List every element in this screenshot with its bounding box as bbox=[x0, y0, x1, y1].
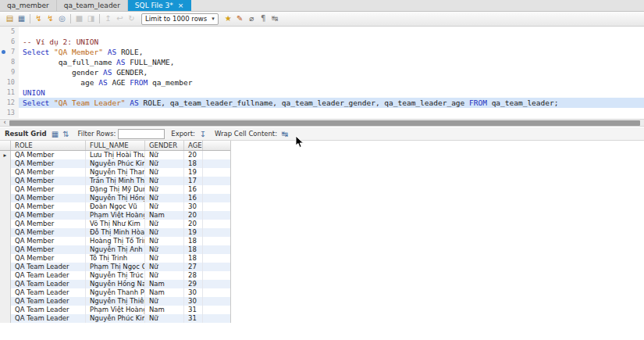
export-icon[interactable]: ↧ bbox=[197, 130, 208, 138]
table-row[interactable]: QA MemberNguyễn Thị Anh TrinhNữ18 bbox=[0, 245, 230, 254]
row-selector[interactable] bbox=[0, 254, 11, 263]
cell: QA Team Leader bbox=[11, 297, 86, 306]
table-row[interactable]: QA MemberĐặng Thị Mỹ DungNữ16 bbox=[0, 185, 230, 194]
code-segment: "QA Team Leader" bbox=[54, 98, 126, 107]
table-row[interactable]: QA MemberĐỗ Thị Minh HòaNữ19 bbox=[0, 228, 230, 237]
column-header-age[interactable]: AGE bbox=[184, 141, 203, 150]
stop-query-icon[interactable]: ■ bbox=[73, 13, 85, 25]
rollback-icon[interactable]: ↩ bbox=[114, 13, 126, 25]
grid-view-icon[interactable]: ▦ bbox=[50, 130, 61, 138]
row-selector[interactable] bbox=[0, 194, 11, 202]
table-row[interactable]: QA Team LeaderPhạm Thị Ngọc QuỳnhNữ27 bbox=[0, 263, 230, 271]
table-row[interactable]: QA MemberĐoàn Ngọc VũNữ30 bbox=[0, 202, 230, 211]
row-selector[interactable] bbox=[0, 245, 11, 254]
tab-qa-member[interactable]: qa_member bbox=[0, 0, 57, 11]
cell-filler bbox=[203, 211, 230, 220]
table-row[interactable]: QA MemberNguyễn Thị Hồng PhúcNữ16 bbox=[0, 194, 230, 202]
table-row[interactable]: QA Team LeaderNguyễn Phúc Kim LuyếnNữ31 bbox=[0, 314, 230, 323]
editor-line[interactable]: 8 qa_full_name AS FULL_NAME, bbox=[0, 57, 644, 67]
row-selector[interactable] bbox=[0, 306, 11, 314]
cell-filler bbox=[203, 237, 230, 245]
row-selector[interactable] bbox=[0, 228, 11, 237]
code-segment: AS bbox=[98, 78, 107, 87]
table-row[interactable]: QA Team LeaderPhạm Việt HoàngNam31 bbox=[0, 306, 230, 314]
toggle-autocommit-icon[interactable]: ↻ bbox=[126, 13, 137, 25]
cell: Nam bbox=[145, 211, 184, 220]
scrollbar-thumb[interactable] bbox=[9, 120, 640, 126]
find-panel-icon[interactable]: ⌀ bbox=[246, 13, 258, 25]
commit-icon[interactable]: ↥ bbox=[102, 13, 114, 25]
cell: Tô Thị Trinh bbox=[86, 254, 145, 263]
toggle-stop-on-error-icon[interactable]: ◨ bbox=[85, 13, 97, 25]
cell: Nữ bbox=[145, 237, 184, 245]
filter-rows-input[interactable] bbox=[118, 129, 165, 139]
invisible-characters-icon[interactable]: ¶ bbox=[258, 13, 269, 25]
wrap-cell-content-label: Wrap Cell Content: bbox=[215, 130, 277, 138]
scroll-left-icon[interactable]: ‹ bbox=[0, 119, 9, 127]
row-selector[interactable] bbox=[0, 177, 11, 185]
column-header-gender[interactable]: GENDER bbox=[145, 141, 184, 150]
row-selector[interactable] bbox=[0, 297, 11, 306]
editor-line[interactable]: 9 gender AS GENDER, bbox=[0, 67, 644, 77]
table-row[interactable]: QA Team LeaderNguyễn Hồng NamNam29 bbox=[0, 280, 230, 288]
new-snippet-icon[interactable]: ★ bbox=[222, 13, 234, 25]
row-selector[interactable] bbox=[0, 202, 11, 211]
editor-line[interactable]: 5 bbox=[0, 27, 644, 37]
table-row[interactable]: QA MemberVõ Thị Như KimNữ20 bbox=[0, 220, 230, 228]
cell: 27 bbox=[184, 263, 203, 271]
editor-horizontal-scrollbar[interactable]: ‹ bbox=[0, 119, 644, 127]
open-sql-script-icon[interactable]: ▤ bbox=[4, 13, 16, 25]
cell: QA Member bbox=[11, 220, 86, 228]
row-selector[interactable] bbox=[0, 271, 11, 280]
editor-line[interactable]: 13 bbox=[0, 108, 644, 118]
row-selector[interactable] bbox=[0, 314, 11, 323]
save-script-icon[interactable]: ▦ bbox=[16, 13, 27, 25]
explain-plan-icon[interactable]: ◎ bbox=[56, 13, 68, 25]
editor-line[interactable]: 6-- Ví dụ 2: UNION bbox=[0, 37, 644, 47]
refresh-sort-icon[interactable]: ⇅ bbox=[61, 130, 72, 138]
table-row[interactable]: QA Team LeaderNguyễn Thị Thiên ÂnNữ30 bbox=[0, 297, 230, 306]
cell: Nữ bbox=[145, 297, 184, 306]
sql-editor[interactable]: 56-- Ví dụ 2: UNION7Select "QA Member" A… bbox=[0, 27, 644, 119]
table-row[interactable]: QA MemberPhạm Việt HoàngNam20 bbox=[0, 211, 230, 220]
beautify-query-icon[interactable]: ✎ bbox=[234, 13, 246, 25]
editor-line[interactable]: 10 age AS AGE FROM qa_member bbox=[0, 77, 644, 88]
execute-script-icon[interactable]: ↯ bbox=[33, 13, 44, 25]
row-selector[interactable] bbox=[0, 220, 11, 228]
toolbar-separator bbox=[99, 14, 100, 23]
tab-label: qa_member bbox=[7, 2, 49, 9]
editor-line[interactable]: 12Select "QA Team Leader" AS ROLE, qa_te… bbox=[0, 98, 644, 108]
table-row[interactable]: QA Team LeaderNguyễn Thanh PhongNam30 bbox=[0, 288, 230, 297]
chevron-down-icon[interactable]: ▾ bbox=[212, 16, 215, 22]
limit-rows-dropdown[interactable]: Limit to 1000 rows ▾ bbox=[141, 13, 219, 25]
table-row[interactable]: QA MemberTô Thị TrinhNữ18 bbox=[0, 254, 230, 263]
row-selector[interactable] bbox=[0, 185, 11, 194]
line-number: 12 bbox=[0, 98, 19, 108]
line-number: 13 bbox=[0, 108, 19, 118]
wrap-cell-content-icon[interactable]: ↹ bbox=[279, 130, 290, 138]
column-header-full_name[interactable]: FULL_NAME bbox=[86, 141, 145, 150]
row-selector[interactable] bbox=[0, 280, 11, 288]
table-row[interactable]: QA MemberNguyễn Phúc Kim LuyếnNữ18 bbox=[0, 159, 230, 168]
row-selector[interactable] bbox=[0, 288, 11, 297]
row-selector[interactable] bbox=[0, 263, 11, 271]
tab-qa-team-leader[interactable]: qa_team_leader bbox=[57, 0, 128, 11]
table-row[interactable]: QA MemberTrần Thị Minh ThùyNữ17 bbox=[0, 177, 230, 185]
row-selector[interactable] bbox=[0, 237, 11, 245]
table-row[interactable]: QA Team LeaderNguyễn Thị Trúc NaNữ28 bbox=[0, 271, 230, 280]
row-selector[interactable]: ▸ bbox=[0, 151, 11, 159]
editor-line[interactable]: 11UNION bbox=[0, 88, 644, 98]
row-selector[interactable] bbox=[0, 168, 11, 177]
execute-current-statement-icon[interactable]: ↯ bbox=[44, 13, 56, 25]
row-selector[interactable] bbox=[0, 159, 11, 168]
table-row[interactable]: QA MemberHoàng Thị Tố TrinhNữ18 bbox=[0, 237, 230, 245]
cell-filler bbox=[203, 185, 230, 194]
row-selector[interactable] bbox=[0, 211, 11, 220]
table-row[interactable]: ▸QA MemberLưu Thị Hoài ThươngNữ20 bbox=[0, 151, 230, 159]
tab-sql-file-3[interactable]: SQL File 3*× bbox=[128, 0, 191, 11]
wrap-text-icon[interactable]: ↹ bbox=[269, 13, 281, 25]
close-icon[interactable]: × bbox=[178, 2, 184, 9]
table-row[interactable]: QA MemberNguyễn Thị Thanh LyNữ19 bbox=[0, 168, 230, 177]
editor-line[interactable]: 7Select "QA Member" AS ROLE, bbox=[0, 47, 644, 57]
column-header-role[interactable]: ROLE bbox=[11, 141, 86, 150]
